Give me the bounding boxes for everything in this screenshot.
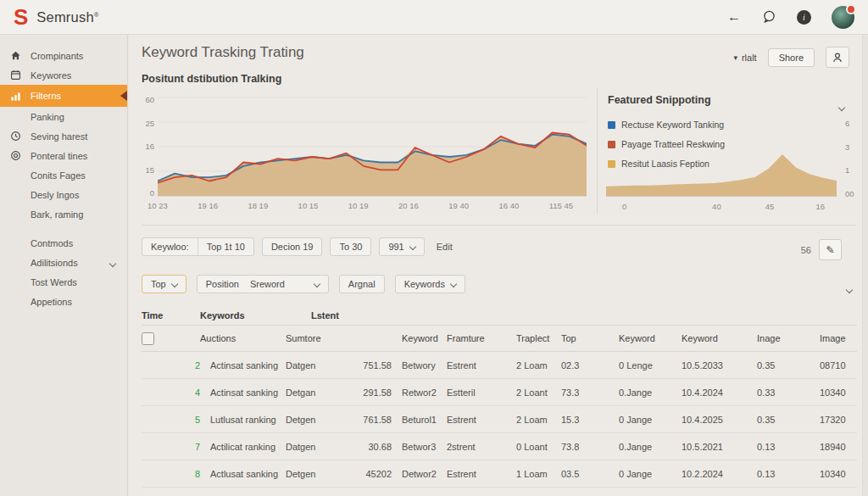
page-title: Keyword Trasking Trating: [142, 44, 304, 61]
sidebar-item[interactable]: Filterns: [0, 85, 127, 107]
x-axis-tick: 19 40: [448, 201, 469, 210]
cell-status: 2strent: [447, 442, 506, 452]
cell-ratio: 0.35: [757, 415, 820, 425]
section-divider: [142, 225, 856, 226]
cell-rank: 5: [185, 415, 200, 425]
x-axis-tick: 40: [712, 202, 721, 211]
panel-collapse-chevron-icon[interactable]: [839, 98, 844, 114]
filter-chip-to30[interactable]: To 30: [330, 237, 371, 256]
table-row[interactable]: 2 Actinsat sanking Datgen 751.58 Betwory…: [142, 352, 857, 379]
sidebar-item[interactable]: Tost Werds: [0, 272, 127, 292]
legend-item[interactable]: Rectuse Keyword Tanking: [608, 120, 725, 130]
table-row[interactable]: 8 Actlusat sanking Detgen 45202 Detwor2 …: [142, 460, 857, 488]
filter-label: Keywloo:: [142, 238, 198, 255]
topbar-actions: ← i: [727, 6, 854, 29]
positions-chart-x-axis: 10 2319 1618 1910 1510 1920 1619 4016 40…: [147, 201, 573, 210]
keyword-filter-chip[interactable]: Keywloo: Top 1t 10: [142, 237, 254, 256]
positions-chart: [158, 97, 587, 197]
cell-network: Detwor2: [392, 469, 447, 479]
cell-keyword: Lutlusat ranking: [200, 415, 286, 425]
chevron-down-icon: [409, 243, 415, 250]
avatar[interactable]: [832, 6, 854, 29]
sidebar-item[interactable]: Bark, raming: [0, 204, 127, 224]
cell-date: 10.5.2021: [682, 442, 757, 452]
cell-network: Betwor3: [392, 442, 447, 452]
cell-image: 10340: [820, 387, 862, 398]
cell-rank: 7: [185, 442, 200, 452]
positions-chart-y-axis: 602516150: [134, 95, 154, 198]
keywords-dropdown[interactable]: Keywords: [395, 275, 465, 293]
semrush-logo-icon: S: [14, 6, 28, 28]
back-arrow-icon[interactable]: ←: [727, 10, 741, 24]
sidebar-item[interactable]: Seving harest: [0, 126, 127, 146]
cell-network: Retwor2: [392, 387, 447, 398]
column-header: Traplect: [506, 333, 561, 343]
sidebar-item-label: Conits Fages: [31, 170, 86, 181]
x-axis-tick: 16 40: [498, 201, 519, 210]
cell-change: 0 Lenge: [619, 360, 682, 371]
keywords-table: Time Keywords Lstent AuctionsSumtoreKeyw…: [142, 306, 857, 496]
sidebar-item[interactable]: Panking: [0, 107, 127, 126]
sidebar-item[interactable]: Crompinants: [0, 46, 127, 65]
sidebar-item[interactable]: Ponteral tines: [0, 146, 127, 165]
cell-ratio: 0.33: [757, 387, 820, 398]
result-count: 56: [801, 245, 811, 255]
cell-top: 73.8: [561, 442, 619, 452]
edit-link[interactable]: Edit: [437, 242, 453, 252]
position-dropdown[interactable]: Position Sreword: [197, 275, 329, 293]
chevron-down-icon: [314, 281, 320, 287]
cell-top: 15.3: [561, 415, 619, 425]
table-body: 2 Actinsat sanking Datgen 751.58 Betwory…: [142, 352, 857, 496]
app-window: S Semrush® ← i Crompinants Keywores: [0, 0, 868, 496]
chat-bubble-icon[interactable]: [761, 9, 776, 25]
info-icon[interactable]: i: [797, 10, 811, 25]
column-header: Image: [820, 333, 862, 343]
column-group-time: Time: [142, 310, 185, 320]
column-header: Keyword: [392, 333, 447, 343]
cell-keyword: Actlusat sanking: [200, 469, 286, 479]
top-dropdown[interactable]: Top: [142, 275, 186, 293]
person-icon: [832, 52, 843, 64]
table-row[interactable]: 5 Lutlusat ranking Detgen 761.58 Beturol…: [142, 406, 857, 433]
sidebar-item-label: Ponteral tines: [31, 151, 87, 161]
cell-ratio: 0.13: [757, 469, 820, 479]
sidebar-item-label: Seving harest: [31, 131, 87, 142]
x-axis-tick: 10 23: [147, 201, 168, 210]
sidebar: Crompinants Keywores Filterns Panking: [0, 35, 128, 496]
x-axis-tick: 115 45: [549, 201, 573, 210]
sidebar-item[interactable]: Desly Ingos: [0, 185, 127, 204]
table-collapse-chevron-icon[interactable]: [847, 281, 852, 296]
date-range-dropdown[interactable]: ▾ rlalt: [733, 53, 756, 63]
sidebar-item[interactable]: Appetions: [0, 292, 127, 311]
filter-dropdown-991[interactable]: 991: [379, 237, 424, 256]
y-axis-tick: 60: [145, 95, 154, 104]
cell-value: 291.58: [362, 387, 392, 398]
cell-sumtore: Detgen: [286, 415, 362, 425]
scrollbar-track[interactable]: [862, 35, 868, 496]
sidebar-item[interactable]: Conits Fages: [0, 165, 127, 185]
filter-chip-decion[interactable]: Decion 19: [262, 237, 323, 256]
cell-value: 761.58: [362, 415, 392, 425]
featured-panel-title: Featured Snippoting: [608, 94, 711, 106]
edit-columns-button[interactable]: ✎: [819, 239, 842, 260]
filter-value: Top 1t 10: [198, 238, 253, 255]
cell-network: Beturol1: [392, 415, 447, 425]
cell-traplect: 0 Loant: [506, 442, 561, 452]
featured-chart-y-axis: 63100: [845, 119, 854, 198]
brand-logo[interactable]: S Semrush®: [14, 6, 99, 28]
sidebar-item[interactable]: Keywores: [0, 65, 127, 85]
table-row[interactable]: 4 Actinsat sanking Detgan 291.58 Retwor2…: [142, 379, 857, 406]
argnal-button[interactable]: Argnal: [339, 275, 385, 293]
table-row[interactable]: 3 Actlisat ranking Detgen 76158 Betwor1 …: [142, 488, 857, 496]
cell-rank: 8: [185, 469, 200, 479]
user-button[interactable]: [826, 47, 849, 68]
share-button[interactable]: Shore: [768, 48, 815, 67]
table-row[interactable]: 7 Actilicat ranking Datgen 30.68 Betwor3…: [142, 433, 857, 460]
featured-snippet-chart: [606, 137, 837, 197]
sidebar-item-label: Adilitsionds: [31, 258, 78, 268]
select-all-checkbox[interactable]: [142, 332, 154, 345]
sidebar-item[interactable]: Contmods: [0, 233, 127, 253]
cell-top: 03.5: [561, 469, 619, 479]
sidebar-item[interactable]: Adilitsionds: [0, 253, 127, 272]
legend-label: Rectuse Keyword Tanking: [621, 120, 724, 130]
